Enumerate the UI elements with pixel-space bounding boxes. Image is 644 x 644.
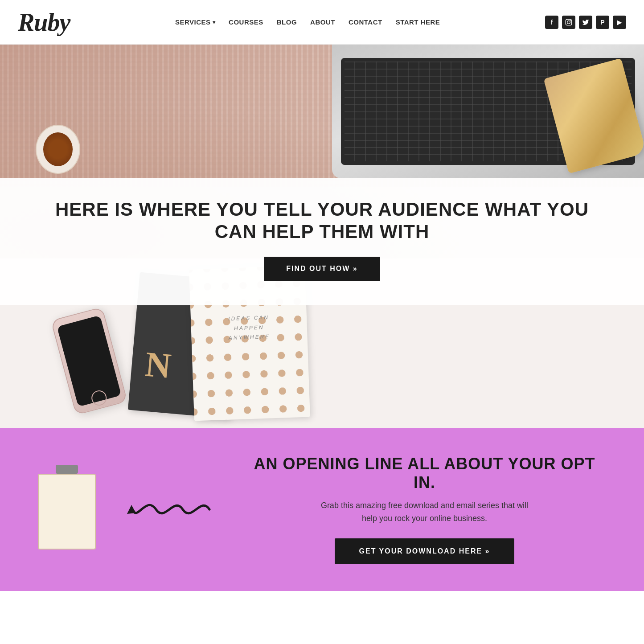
nav-services[interactable]: SERVICES	[175, 18, 215, 26]
coffee-cup	[36, 125, 80, 174]
nav-start-here[interactable]: START HERE	[396, 18, 440, 26]
social-icons-group: f P ▶	[545, 16, 626, 29]
hero-headline: HERE IS WHERE YOU TELL YOUR AUDIENCE WHA…	[36, 198, 608, 243]
squiggle-arrow	[125, 492, 214, 527]
clipboard-body	[38, 474, 96, 550]
nav-contact[interactable]: CONTACT	[349, 18, 382, 26]
squiggle-arrow-svg	[125, 492, 214, 527]
svg-point-1	[567, 21, 570, 24]
twitter-icon[interactable]	[579, 16, 592, 29]
nav-blog[interactable]: BLOG	[277, 18, 297, 26]
optin-content: AN OPENING LINE ALL ABOUT YOUR OPT IN. G…	[241, 455, 608, 564]
svg-marker-3	[127, 505, 136, 514]
site-logo[interactable]: Ruby	[18, 8, 70, 37]
instagram-icon[interactable]	[562, 16, 575, 29]
optin-subtext: Grab this amazing free download and emai…	[313, 499, 536, 525]
nav-courses[interactable]: COURSES	[229, 18, 263, 26]
phone-image	[51, 307, 128, 415]
facebook-icon[interactable]: f	[545, 16, 558, 29]
clipboard-icon	[36, 469, 98, 550]
download-button[interactable]: GET YOUR DOWNLOAD HERE	[335, 538, 515, 564]
nav-about[interactable]: ABOUT	[310, 18, 335, 26]
optin-headline: AN OPENING LINE ALL ABOUT YOUR OPT IN.	[241, 455, 608, 492]
notebook-text: IDEAS CAN HAPPEN ANYWHERE	[228, 313, 271, 343]
svg-point-2	[570, 20, 571, 21]
find-out-how-button[interactable]: FIND OUT HOW	[264, 257, 380, 281]
svg-rect-0	[566, 19, 571, 25]
clipboard-clip	[56, 465, 78, 474]
header: Ruby SERVICES COURSES BLOG ABOUT CONTACT…	[0, 0, 644, 45]
main-nav: SERVICES COURSES BLOG ABOUT CONTACT STAR…	[175, 18, 440, 26]
youtube-icon[interactable]: ▶	[613, 16, 626, 29]
hero-text-overlay: HERE IS WHERE YOU TELL YOUR AUDIENCE WHA…	[0, 178, 644, 305]
optin-section: AN OPENING LINE ALL ABOUT YOUR OPT IN. G…	[0, 428, 644, 591]
pinterest-icon[interactable]: P	[596, 16, 609, 29]
hero-section: HERE IS WHERE YOU TELL YOUR AUDIENCE WHA…	[0, 45, 644, 428]
